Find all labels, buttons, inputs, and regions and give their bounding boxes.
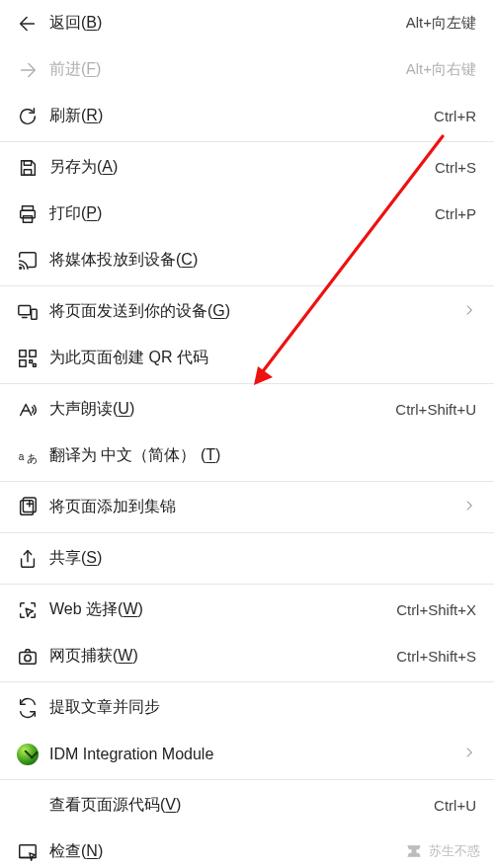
collections-icon	[16, 496, 40, 519]
svg-rect-3	[24, 169, 31, 175]
separator	[0, 584, 494, 585]
chevron-right-icon	[462, 499, 476, 515]
menu-item-share[interactable]: 共享(S)	[0, 535, 494, 582]
menu-item-label: 共享(S)	[49, 548, 476, 569]
shortcut: Ctrl+Shift+U	[395, 401, 476, 418]
menu-item-label: 返回(B)	[49, 13, 406, 34]
menu-item-read-aloud[interactable]: 大声朗读(U)Ctrl+Shift+U	[0, 386, 494, 433]
svg-rect-10	[32, 309, 37, 319]
share-icon	[16, 547, 40, 571]
shortcut: Ctrl+R	[434, 108, 476, 124]
chevron-right-icon	[462, 746, 476, 762]
menu-item-sync-article[interactable]: 提取文章并同步	[0, 684, 494, 731]
svg-rect-13	[20, 359, 26, 365]
svg-text:a: a	[19, 450, 25, 461]
shortcut: Ctrl+S	[435, 159, 476, 176]
svg-rect-8	[19, 305, 31, 314]
shortcut: Ctrl+Shift+X	[396, 601, 476, 618]
menu-item-label: 提取文章并同步	[49, 697, 476, 718]
menu-item-web-capture[interactable]: 网页捕获(W)Ctrl+Shift+S	[0, 633, 494, 679]
qr-icon	[16, 347, 40, 370]
menu-item-cast[interactable]: 将媒体投放到设备(C)	[0, 237, 494, 283]
svg-rect-24	[20, 652, 37, 664]
menu-item-label: 将页面发送到你的设备(G)	[49, 301, 456, 322]
menu-item-label: 刷新(R)	[49, 106, 434, 126]
shortcut: Alt+向右键	[406, 60, 476, 79]
separator	[0, 532, 494, 533]
menu-item-label: 前进(F)	[49, 59, 406, 80]
menu-item-back[interactable]: 返回(B)Alt+向左键	[0, 0, 494, 46]
watermark: 苏生不惑	[405, 842, 480, 860]
separator	[0, 383, 494, 384]
menu-item-view-source[interactable]: 查看页面源代码(V)Ctrl+U	[0, 782, 494, 829]
svg-rect-12	[30, 350, 36, 355]
context-menu: 返回(B)Alt+向左键前进(F)Alt+向右键刷新(R)Ctrl+R另存为(A…	[0, 0, 494, 868]
separator	[0, 481, 494, 482]
shortcut: Ctrl+U	[434, 797, 476, 814]
menu-item-label: 打印(P)	[49, 203, 435, 224]
menu-item-label: 查看页面源代码(V)	[49, 795, 434, 816]
capture-icon	[16, 645, 40, 669]
menu-item-idm[interactable]: IDM Integration Module	[0, 731, 494, 777]
translate-icon: aあ	[16, 444, 40, 468]
idm-icon	[16, 743, 40, 766]
save-icon	[16, 156, 40, 180]
menu-item-label: 网页捕获(W)	[49, 646, 396, 667]
shortcut: Ctrl+P	[435, 205, 476, 222]
svg-rect-15	[34, 363, 37, 366]
menu-item-collections[interactable]: 将页面添加到集锦	[0, 484, 494, 530]
menu-item-web-select[interactable]: Web 选择(W)Ctrl+Shift+X	[0, 587, 494, 633]
separator	[0, 681, 494, 682]
svg-text:あ: あ	[27, 451, 38, 463]
separator	[0, 141, 494, 142]
arrow-right-icon	[16, 58, 40, 82]
menu-item-label: 另存为(A)	[49, 157, 435, 178]
menu-item-label: Web 选择(W)	[49, 599, 396, 620]
svg-point-7	[20, 267, 22, 269]
menu-item-label: 大声朗读(U)	[49, 399, 395, 420]
shortcut: Alt+向左键	[406, 14, 476, 33]
menu-item-label: 将媒体投放到设备(C)	[49, 250, 476, 271]
menu-item-qr-code[interactable]: 为此页面创建 QR 代码	[0, 335, 494, 381]
web-select-icon	[16, 598, 40, 622]
read-aloud-icon	[16, 398, 40, 422]
menu-item-send-device[interactable]: 将页面发送到你的设备(G)	[0, 288, 494, 335]
menu-item-label: 为此页面创建 QR 代码	[49, 348, 476, 368]
arrow-left-icon	[16, 12, 40, 36]
devices-icon	[16, 300, 40, 324]
menu-item-translate[interactable]: aあ翻译为 中文（简体） (T)	[0, 433, 494, 479]
svg-rect-6	[23, 215, 32, 221]
separator	[0, 285, 494, 286]
chevron-right-icon	[462, 303, 476, 320]
menu-item-refresh[interactable]: 刷新(R)Ctrl+R	[0, 93, 494, 139]
svg-rect-11	[20, 350, 26, 355]
menu-item-label: IDM Integration Module	[49, 746, 456, 763]
menu-item-print[interactable]: 打印(P)Ctrl+P	[0, 191, 494, 237]
menu-item-label: 将页面添加到集锦	[49, 497, 456, 517]
svg-rect-14	[30, 359, 33, 362]
menu-item-forward: 前进(F)Alt+向右键	[0, 46, 494, 93]
inspect-icon	[16, 840, 40, 864]
separator	[0, 779, 494, 780]
svg-point-25	[25, 655, 31, 661]
refresh-icon	[16, 105, 40, 128]
sync-icon	[16, 696, 40, 720]
print-icon	[16, 202, 40, 226]
menu-item-save-as[interactable]: 另存为(A)Ctrl+S	[0, 144, 494, 191]
svg-rect-2	[24, 160, 31, 165]
blank-icon	[16, 794, 40, 818]
menu-item-label: 翻译为 中文（简体） (T)	[49, 445, 476, 466]
shortcut: Ctrl+Shift+S	[396, 648, 476, 665]
cast-icon	[16, 249, 40, 273]
